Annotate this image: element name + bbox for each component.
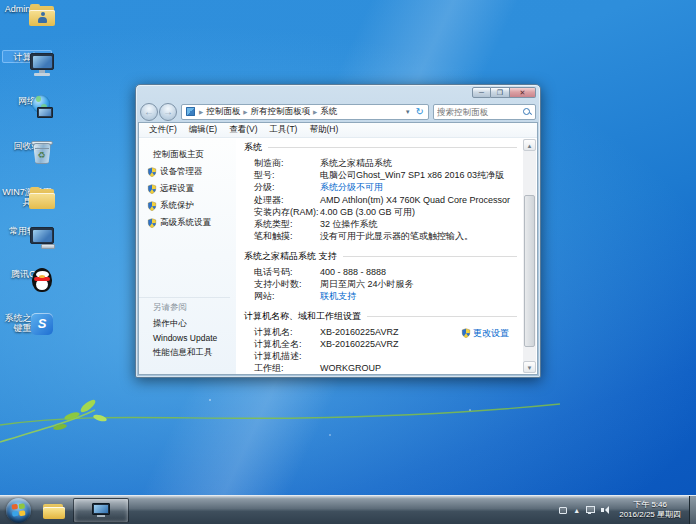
sidebar-item-label: 高级系统设置 — [160, 217, 211, 229]
online-support-link[interactable]: 联机支持 — [320, 291, 356, 302]
system-tray: ▲ 下午 5:46 2016/2/25 星期四 — [559, 496, 696, 524]
menu-help[interactable]: 帮助(H) — [303, 124, 344, 136]
uac-shield-icon — [461, 328, 471, 338]
uac-shield-icon — [147, 167, 157, 177]
desktop: Administr... 计算机 网络 回收站 WIN7激活工具 常用软件 腾讯… — [0, 0, 696, 524]
sidebar-item-label: 系统保护 — [160, 200, 194, 212]
desktop-icon-common-software[interactable]: 常用软件 — [2, 225, 52, 236]
main-content: 系统 制造商:系统之家精品系统 型号:电脑公司Ghost_Win7 SP1 x8… — [236, 139, 523, 374]
volume-tray-icon[interactable] — [601, 506, 611, 515]
sidebar-item-remote-settings[interactable]: 远程设置 — [139, 180, 236, 195]
desktop-icon-computer[interactable]: 计算机 — [2, 50, 52, 63]
explorer-folder-icon — [43, 502, 65, 519]
menu-view[interactable]: 查看(V) — [223, 124, 263, 136]
forward-button[interactable]: → — [159, 103, 177, 121]
minimize-button[interactable]: ─ — [472, 87, 491, 98]
info-row: 笔和触摸:没有可用于此显示器的笔或触控输入。 — [254, 231, 517, 242]
change-settings-link[interactable]: 更改设置 — [461, 327, 509, 340]
info-row: 计算机描述: — [254, 351, 517, 362]
rating-unavailable-link[interactable]: 系统分级不可用 — [320, 182, 383, 193]
address-bar[interactable]: ▶ 控制面板 ▶ 所有控制面板项 ▶ 系统 ▼ ↻ — [181, 104, 429, 120]
info-row: 计算机全名:XB-20160225AVRZ — [254, 339, 517, 350]
taskbar-clock[interactable]: 下午 5:46 2016/2/25 星期四 — [617, 500, 689, 520]
maximize-button[interactable]: ❐ — [491, 87, 510, 98]
back-button[interactable]: ← — [140, 103, 158, 121]
info-row: 处理器:AMD Athlon(tm) X4 760K Quad Core Pro… — [254, 195, 517, 206]
refresh-icon[interactable]: ↻ — [414, 106, 426, 117]
support-rows: 电话号码:400 - 888 - 8888 支持小时数:周日至周六 24小时服务… — [244, 267, 517, 302]
navigation-bar: ← → ▶ 控制面板 ▶ 所有控制面板项 ▶ 系统 ▼ ↻ — [136, 100, 540, 122]
taskbar: ▲ 下午 5:46 2016/2/25 星期四 — [0, 495, 696, 524]
section-header-system: 系统 — [244, 141, 517, 154]
search-box[interactable] — [433, 104, 536, 120]
uac-shield-icon — [147, 201, 157, 211]
address-dropdown-icon[interactable]: ▼ — [402, 109, 414, 115]
sidebar-item-system-protection[interactable]: 系统保护 — [139, 197, 236, 212]
sidebar-item-windows-update[interactable]: Windows Update — [153, 333, 230, 343]
uac-shield-icon — [147, 218, 157, 228]
info-row: 制造商:系统之家精品系统 — [254, 158, 517, 169]
taskbar-system-window-button[interactable] — [73, 498, 129, 523]
sidebar-item-action-center[interactable]: 操作中心 — [153, 318, 230, 330]
sidebar-item-control-panel-home[interactable]: 控制面板主页 — [139, 139, 236, 161]
desktop-icon-qq[interactable]: 腾讯QQ — [2, 268, 52, 279]
info-row: 安装内存(RAM):4.00 GB (3.00 GB 可用) — [254, 207, 517, 218]
sidebar-item-label: 设备管理器 — [160, 166, 203, 178]
network-tray-icon[interactable] — [586, 506, 595, 514]
search-input[interactable] — [434, 107, 522, 117]
system-window: ─ ❐ ✕ ← → ▶ 控制面板 ▶ 所有控制面板项 ▶ 系统 ▼ ↻ — [135, 84, 541, 378]
see-also-header: 另请参阅 — [153, 302, 230, 314]
menu-edit[interactable]: 编辑(E) — [183, 124, 223, 136]
close-button[interactable]: ✕ — [510, 87, 536, 98]
scroll-down-icon[interactable]: ▼ — [523, 361, 536, 373]
desktop-icon-network[interactable]: 网络 — [2, 95, 52, 106]
info-row: 电话号码:400 - 888 - 8888 — [254, 267, 517, 278]
title-bar[interactable]: ─ ❐ ✕ — [136, 85, 540, 100]
window-client-area: 文件(F) 编辑(E) 查看(V) 工具(T) 帮助(H) 控制面板主页 设备管… — [139, 123, 537, 374]
desktop-icon-administrator[interactable]: Administr... — [2, 3, 52, 14]
desktop-icon-win7-tool[interactable]: WIN7激活工具 — [2, 186, 52, 207]
windows-logo-icon — [12, 504, 26, 517]
uac-shield-icon — [147, 184, 157, 194]
desktop-icon-recycle-bin[interactable]: 回收站 — [2, 140, 52, 151]
breadcrumb-control-panel[interactable]: 控制面板 — [204, 106, 242, 118]
scroll-up-icon[interactable]: ▲ — [523, 139, 536, 151]
breadcrumb-system[interactable]: 系统 — [318, 106, 339, 118]
clock-time: 下午 5:46 — [619, 500, 681, 510]
scrollbar-thumb[interactable] — [524, 195, 535, 347]
tray-window-icon[interactable] — [559, 507, 567, 514]
sidebar-item-performance-tools[interactable]: 性能信息和工具 — [153, 347, 230, 359]
section-header-support: 系统之家精品系统 支持 — [244, 250, 517, 263]
info-row: 网站:联机支持 — [254, 291, 517, 302]
system-window-icon — [92, 503, 110, 518]
sidebar-item-label: 远程设置 — [160, 183, 194, 195]
computer-name-rows: 更改设置 计算机名:XB-20160225AVRZ 计算机全名:XB-20160… — [244, 327, 517, 374]
info-row: 型号:电脑公司Ghost_Win7 SP1 x86 2016 03纯净版 — [254, 170, 517, 181]
breadcrumb-all-items[interactable]: 所有控制面板项 — [248, 106, 312, 118]
sidebar: 控制面板主页 设备管理器 远程设置 系统保护 — [139, 139, 236, 374]
info-row: 分级:系统分级不可用 — [254, 182, 517, 193]
control-panel-icon — [186, 107, 195, 116]
clock-date: 2016/2/25 星期四 — [619, 510, 681, 520]
menu-bar: 文件(F) 编辑(E) 查看(V) 工具(T) 帮助(H) — [139, 123, 537, 138]
sidebar-item-advanced-settings[interactable]: 高级系统设置 — [139, 214, 236, 229]
menu-tools[interactable]: 工具(T) — [264, 124, 304, 136]
show-hidden-icons-button[interactable]: ▲ — [573, 507, 580, 514]
menu-file[interactable]: 文件(F) — [143, 124, 183, 136]
taskbar-explorer-button[interactable] — [38, 498, 70, 523]
search-icon[interactable] — [522, 107, 532, 117]
info-row: 工作组:WORKGROUP — [254, 363, 517, 374]
wallpaper-vine-decoration — [0, 380, 560, 460]
show-desktop-button[interactable] — [689, 496, 696, 524]
sidebar-item-device-manager[interactable]: 设备管理器 — [139, 163, 236, 178]
info-row: 支持小时数:周日至周六 24小时服务 — [254, 279, 517, 290]
vertical-scrollbar[interactable]: ▲ ▼ — [523, 139, 536, 373]
info-row: 系统类型:32 位操作系统 — [254, 219, 517, 230]
section-header-computer-name: 计算机名称、域和工作组设置 — [244, 310, 517, 323]
desktop-icon-onekey-reinstall[interactable]: 系统之家一键重装 — [2, 312, 52, 333]
see-also-section: 另请参阅 操作中心 Windows Update 性能信息和工具 — [139, 297, 230, 363]
start-button[interactable] — [6, 498, 31, 523]
system-info-rows: 制造商:系统之家精品系统 型号:电脑公司Ghost_Win7 SP1 x86 2… — [244, 158, 517, 242]
